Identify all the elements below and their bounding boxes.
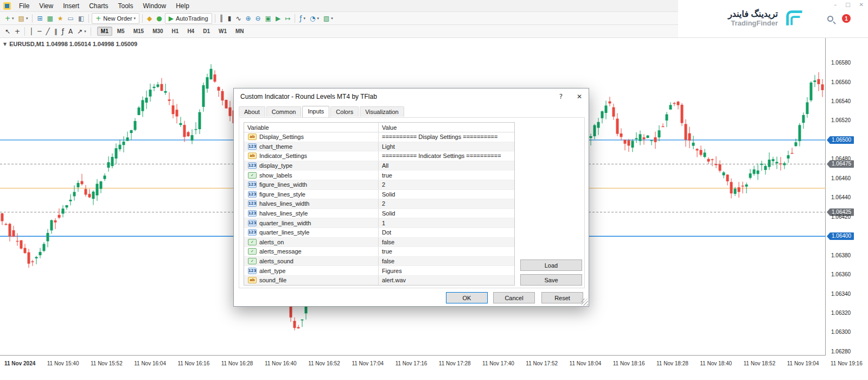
menu-file[interactable]: File [14,1,34,11]
data-window-icon[interactable]: ▦ [46,13,55,24]
param-value[interactable]: true [379,247,514,256]
param-row-show_labels[interactable]: ✓show_labelstrue [244,170,514,180]
param-row-sound_file[interactable]: absound_filealert.wav [244,276,514,286]
param-row-quarter_lines_style[interactable]: 123quarter_lines_styleDot [244,228,514,238]
timeframe-h1-button[interactable]: H1 [168,27,183,36]
param-value[interactable]: false [379,257,514,266]
dialog-title-bar[interactable]: Custom Indicator - Round Levels MT4 by T… [234,88,589,105]
param-row-halves_lines_style[interactable]: 123halves_lines_styleSolid [244,209,514,219]
param-value[interactable]: alert.wav [379,276,514,285]
tile-windows-icon[interactable]: ▣ [264,13,273,24]
new-chart-icon[interactable]: +▾ [3,13,16,24]
cursor-icon[interactable]: ↖ [3,26,12,37]
chart-profiles-icon[interactable]: ▤▾ [17,13,30,24]
periods-icon[interactable]: ◔▾ [308,13,321,24]
timeframe-m5-button[interactable]: M5 [113,27,129,36]
timeframe-m1-button[interactable]: M1 [97,27,112,36]
window-close-button[interactable]: ✕ [859,2,864,8]
new-order-dropdown-caret-icon[interactable]: ▾ [134,16,136,21]
timeframe-d1-button[interactable]: D1 [199,27,214,36]
periods-dropdown-caret-icon[interactable]: ▾ [317,16,319,21]
crosshair-icon[interactable]: + [13,26,22,37]
zoom-in-icon[interactable]: ⊕ [244,13,252,24]
templates-icon[interactable]: ▧▾ [322,13,335,24]
autotrading-button[interactable]: ▶AutoTrading [165,13,212,24]
indicators-dropdown-caret-icon[interactable]: ▾ [303,16,305,21]
dialog-resize-grip[interactable] [581,299,588,306]
menu-charts[interactable]: Charts [84,1,113,11]
ok-button[interactable]: OK [446,292,488,303]
param-value[interactable]: 1 [379,218,514,227]
time-axis[interactable]: 11 Nov 202411 Nov 15:4011 Nov 15:5211 No… [0,358,868,369]
param-value[interactable]: Figures [379,266,514,275]
chart-shift-icon[interactable]: ↦ [283,13,292,24]
timeframe-w1-button[interactable]: W1 [215,27,231,36]
param-row-quarter_lines_width[interactable]: 123quarter_lines_width1 [244,218,514,228]
param-value[interactable]: Dot [379,228,514,237]
text-label-icon[interactable]: A [67,26,74,37]
horizontal-line-icon[interactable]: ─ [36,26,43,37]
load-button[interactable]: Load [520,259,582,271]
candlestick-chart-icon[interactable]: ▮ [226,13,233,24]
arrows-icon[interactable]: ↗▾ [75,26,88,37]
cancel-button[interactable]: Cancel [493,292,535,303]
tab-visualization[interactable]: Visualization [360,106,404,117]
terminal-icon[interactable]: ▭ [66,13,75,24]
search-icon[interactable] [827,16,833,22]
trendline-icon[interactable]: ╱ [44,26,52,37]
param-row-alerts_on[interactable]: ✓alerts_onfalse [244,238,514,248]
market-watch-icon[interactable]: ⊞ [35,13,44,24]
param-value[interactable]: 2 [379,180,514,189]
param-value[interactable]: 2 [379,199,514,208]
param-value[interactable]: ========== Display Settings ========== [379,132,514,142]
metaeditor-icon[interactable]: ◆ [145,13,154,24]
menu-window[interactable]: Window [138,1,171,11]
strategy-tester-icon[interactable]: ◧ [76,13,86,24]
fibonacci-icon[interactable]: ƒ [60,26,66,37]
param-row-figure_lines_width[interactable]: 123figure_lines_width2 [244,180,514,190]
param-value[interactable]: true [379,170,514,180]
price-axis[interactable]: 1.065801.065601.065401.065201.065001.064… [826,38,868,356]
param-row-alert_type[interactable]: 123alert_typeFigures [244,266,514,276]
dialog-close-icon[interactable]: ✕ [570,88,589,105]
notification-badge[interactable]: 1 [842,14,851,23]
dialog-help-button[interactable]: ? [552,88,570,105]
tab-colors[interactable]: Colors [330,106,359,117]
window-minimize-button[interactable]: – [834,2,837,8]
timeframe-h4-button[interactable]: H4 [183,27,198,36]
reset-button[interactable]: Reset [541,292,583,303]
param-value[interactable]: Solid [379,190,514,199]
save-button[interactable]: Save [520,274,582,286]
param-row-Display_Settings[interactable]: abDisplay_Settings========== Display Set… [244,132,514,142]
tab-about[interactable]: About [239,106,265,117]
param-value[interactable]: false [379,238,514,247]
menu-view[interactable]: View [34,1,58,11]
param-row-Indicator_Settings[interactable]: abIndicator_Settings========== Indicator… [244,151,514,161]
menu-help[interactable]: Help [171,1,194,11]
line-chart-icon[interactable]: ∿ [234,13,242,24]
indicators-icon[interactable]: ƒ▾ [298,13,307,24]
timeframe-mn-button[interactable]: MN [232,27,248,36]
window-maximize-button[interactable]: □ [845,2,850,8]
new-order-button[interactable]: +New Order▾ [92,13,139,24]
zoom-out-icon[interactable]: ⊖ [254,13,263,24]
vertical-line-icon[interactable]: │ [28,26,35,37]
param-row-halves_lines_width[interactable]: 123halves_lines_width2 [244,199,514,209]
param-row-alerts_message[interactable]: ✓alerts_messagetrue [244,247,514,257]
param-value[interactable]: All [379,161,514,170]
param-value[interactable]: ========== Indicator Settings ========== [379,151,514,161]
param-row-figure_lines_style[interactable]: 123figure_lines_styleSolid [244,190,514,200]
bar-chart-icon[interactable]: ║ [218,13,225,24]
param-value[interactable]: Solid [379,209,514,218]
param-row-alerts_sound[interactable]: ✓alerts_soundfalse [244,257,514,267]
param-value[interactable]: Light [379,142,514,151]
param-row-display_type[interactable]: 123display_typeAll [244,161,514,171]
tab-inputs[interactable]: Inputs [302,106,329,117]
templates-dropdown-caret-icon[interactable]: ▾ [331,16,333,21]
param-row-chart_theme[interactable]: 123chart_themeLight [244,142,514,152]
new-chart-dropdown-caret-icon[interactable]: ▾ [12,16,14,21]
arrows-dropdown-caret-icon[interactable]: ▾ [84,29,86,34]
menu-tools[interactable]: Tools [113,1,138,11]
timeframe-m30-button[interactable]: M30 [149,27,167,36]
menu-insert[interactable]: Insert [58,1,84,11]
